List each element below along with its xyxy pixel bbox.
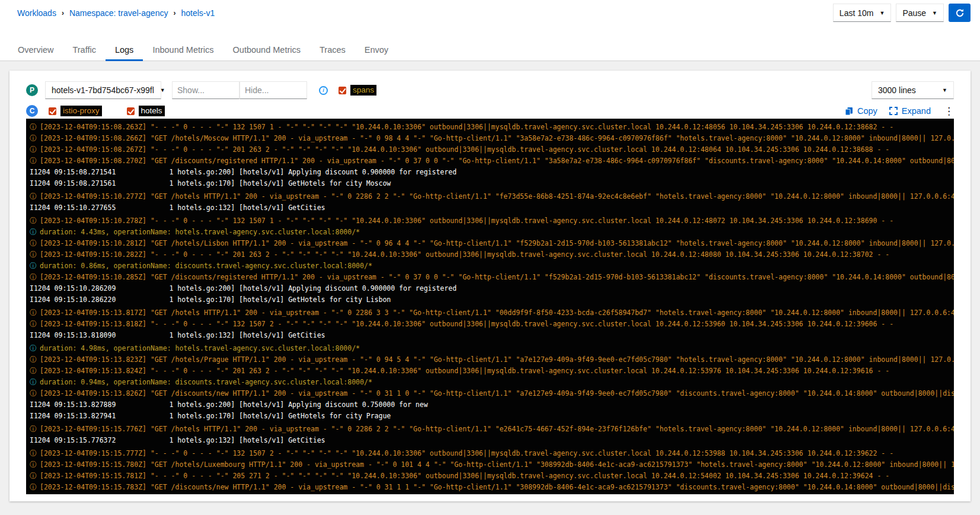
tab-logs[interactable]: Logs bbox=[106, 42, 143, 61]
log-line-text: [2023-12-04T09:15:08.267Z] "- - -" 0 - -… bbox=[40, 145, 889, 154]
info-icon: ⓘ bbox=[30, 307, 37, 319]
pod-select[interactable]: hotels-v1-7bd754bc67-x99fl ▼ bbox=[45, 81, 161, 99]
log-line: ⓘduration: 4.43ms, operationName: hotels… bbox=[30, 227, 954, 238]
duration-select[interactable]: Last 10m ▼ bbox=[833, 4, 892, 22]
chevron-down-icon: ▼ bbox=[932, 10, 937, 16]
lines-count-select[interactable]: 3000 lines ▼ bbox=[872, 81, 954, 99]
istio-proxy-checkbox[interactable] bbox=[49, 107, 56, 115]
info-icon: ⓘ bbox=[30, 319, 37, 330]
pod-select-value: hotels-v1-7bd754bc67-x99fl bbox=[52, 85, 154, 95]
log-line: ⓘduration: 0.86ms, operationName: discou… bbox=[30, 260, 954, 272]
refresh-interval-select[interactable]: Pause ▼ bbox=[896, 4, 944, 22]
tab-traces[interactable]: Traces bbox=[310, 42, 355, 61]
content-area: P hotels-v1-7bd754bc67-x99fl ▼ i spans 3… bbox=[0, 61, 980, 515]
chevron-down-icon: ▼ bbox=[942, 87, 947, 93]
log-line: ⓘ[2023-12-04T09:15:08.267Z] "- - -" 0 - … bbox=[30, 144, 954, 155]
container-badge: C bbox=[26, 105, 38, 117]
log-line: ⓘ[2023-12-04T09:15:15.776Z] "GET /hotels… bbox=[30, 424, 954, 435]
span-info-icon[interactable]: ⓘ bbox=[30, 343, 37, 354]
log-line-text: I1204 09:15:08.271561 1 hotels.go:170] [… bbox=[30, 179, 391, 187]
info-icon: ⓘ bbox=[30, 122, 37, 133]
expand-icon bbox=[889, 107, 898, 115]
log-line: ⓘ[2023-12-04T09:15:10.282Z] "- - -" 0 - … bbox=[30, 249, 954, 260]
log-line-text: [2023-12-04T09:15:13.823Z] "GET /hotels/… bbox=[40, 355, 954, 364]
span-info-icon[interactable]: ⓘ bbox=[30, 227, 37, 238]
log-line-text: [2023-12-04T09:15:15.776Z] "GET /hotels … bbox=[40, 425, 954, 433]
kebab-menu-icon[interactable]: ⋮ bbox=[944, 106, 954, 116]
chevron-down-icon: ▼ bbox=[160, 87, 165, 93]
hotels-label: hotels bbox=[139, 106, 165, 116]
log-line-text: I1204 09:15:15.776372 1 hotels.go:132] [… bbox=[30, 436, 325, 444]
chevron-right-icon: › bbox=[62, 9, 64, 17]
info-icon: ⓘ bbox=[30, 238, 37, 249]
info-icon: ⓘ bbox=[30, 482, 37, 493]
breadcrumb-workloads[interactable]: Workloads bbox=[17, 8, 56, 18]
containers-toolbar: C istio-proxy hotels Copy bbox=[26, 104, 954, 117]
log-line-text: [2023-12-04T09:15:08.263Z] "- - -" 0 - -… bbox=[40, 123, 893, 131]
duration-select-value: Last 10m bbox=[839, 8, 874, 18]
log-line: I1204 09:15:13.818090 1 hotels.go:132] [… bbox=[30, 330, 954, 341]
span-info-icon[interactable]: ⓘ bbox=[30, 260, 37, 272]
spans-label: spans bbox=[350, 85, 376, 96]
hotels-checkbox[interactable] bbox=[127, 107, 135, 115]
top-bar: Workloads › Namespace: travel-agency › h… bbox=[0, 0, 980, 26]
tab-inbound-metrics[interactable]: Inbound Metrics bbox=[143, 42, 223, 61]
chevron-right-icon: › bbox=[173, 9, 175, 17]
log-line: ⓘ[2023-12-04T09:15:10.281Z] "GET /hotels… bbox=[30, 238, 954, 249]
breadcrumb-workload-name[interactable]: hotels-v1 bbox=[181, 8, 215, 18]
info-icon: ⓘ bbox=[30, 388, 37, 399]
log-line: ⓘ[2023-12-04T09:15:13.824Z] "- - -" 0 - … bbox=[30, 365, 954, 377]
log-line: ⓘ[2023-12-04T09:15:08.270Z] "GET /discou… bbox=[30, 155, 954, 167]
log-line-text: duration: 0.94ms, operationName: discoun… bbox=[40, 378, 372, 386]
logs-card: P hotels-v1-7bd754bc67-x99fl ▼ i spans 3… bbox=[9, 71, 971, 501]
copy-button[interactable]: Copy bbox=[845, 106, 877, 116]
log-line-text: I1204 09:15:10.286220 1 hotels.go:170] [… bbox=[30, 295, 391, 304]
log-panel[interactable]: ⓘ[2023-12-04T09:15:08.263Z] "- - -" 0 - … bbox=[26, 119, 954, 494]
tab-overview[interactable]: Overview bbox=[8, 42, 63, 61]
info-icon: ⓘ bbox=[30, 249, 37, 260]
log-line: ⓘ[2023-12-04T09:15:08.266Z] "GET /hotels… bbox=[30, 133, 954, 144]
info-icon: ⓘ bbox=[30, 133, 37, 144]
log-line-text: I1204 09:15:08.271541 1 hotels.go:200] [… bbox=[30, 168, 457, 176]
info-icon: ⓘ bbox=[30, 191, 37, 202]
refresh-interval-value: Pause bbox=[902, 8, 926, 18]
log-line-text: duration: 4.98ms, operationName: hotels.… bbox=[40, 344, 360, 352]
log-line: I1204 09:15:10.286209 1 hotels.go:200] [… bbox=[30, 283, 954, 294]
tab-outbound-metrics[interactable]: Outbound Metrics bbox=[224, 42, 310, 61]
log-line: ⓘ[2023-12-04T09:15:15.781Z] "- - -" 0 - … bbox=[30, 471, 954, 482]
log-line: I1204 09:15:15.776372 1 hotels.go:132] [… bbox=[30, 435, 954, 446]
tab-traffic[interactable]: Traffic bbox=[63, 42, 105, 61]
info-icon: ⓘ bbox=[30, 424, 37, 435]
log-line-text: [2023-12-04T09:15:15.783Z] "GET /discoun… bbox=[40, 483, 954, 491]
log-line-text: I1204 09:15:13.818090 1 hotels.go:132] [… bbox=[30, 331, 325, 339]
breadcrumb: Workloads › Namespace: travel-agency › h… bbox=[17, 8, 215, 18]
pod-badge: P bbox=[26, 84, 38, 96]
info-icon[interactable]: i bbox=[319, 86, 328, 95]
info-icon: ⓘ bbox=[30, 471, 37, 482]
log-line: ⓘ[2023-12-04T09:15:15.780Z] "GET /hotels… bbox=[30, 459, 954, 471]
breadcrumb-namespace[interactable]: Namespace: travel-agency bbox=[69, 8, 168, 18]
info-icon: ⓘ bbox=[30, 215, 37, 227]
span-info-icon[interactable]: ⓘ bbox=[30, 377, 37, 388]
spans-checkbox[interactable] bbox=[339, 87, 346, 94]
log-line: I1204 09:15:10.286220 1 hotels.go:170] [… bbox=[30, 294, 954, 306]
log-line: ⓘduration: 0.94ms, operationName: discou… bbox=[30, 377, 954, 388]
info-icon: ⓘ bbox=[30, 448, 37, 459]
log-line-text: [2023-12-04T09:15:15.781Z] "- - -" 0 - -… bbox=[40, 472, 889, 480]
expand-button[interactable]: Expand bbox=[889, 106, 931, 116]
show-filter-input[interactable] bbox=[172, 81, 240, 99]
log-line-text: I1204 09:15:10.277655 1 hotels.go:132] [… bbox=[30, 204, 325, 212]
refresh-button[interactable] bbox=[949, 4, 971, 22]
log-line-text: I1204 09:15:13.827941 1 hotels.go:170] [… bbox=[30, 412, 391, 420]
log-line-text: [2023-12-04T09:15:10.277Z] "GET /hotels … bbox=[40, 192, 954, 201]
info-icon: ⓘ bbox=[30, 354, 37, 365]
info-icon: ⓘ bbox=[30, 365, 37, 377]
logs-toolbar: P hotels-v1-7bd754bc67-x99fl ▼ i spans 3… bbox=[26, 81, 954, 99]
log-line: ⓘ[2023-12-04T09:15:10.278Z] "- - -" 0 - … bbox=[30, 215, 954, 227]
log-line-text: [2023-12-04T09:15:10.285Z] "GET /discoun… bbox=[40, 273, 954, 281]
tab-envoy[interactable]: Envoy bbox=[355, 42, 398, 61]
log-line: ⓘ[2023-12-04T09:15:08.263Z] "- - -" 0 - … bbox=[30, 122, 954, 133]
log-line-text: [2023-12-04T09:15:08.270Z] "GET /discoun… bbox=[40, 157, 954, 165]
hide-filter-input[interactable] bbox=[240, 81, 307, 99]
log-line-text: [2023-12-04T09:15:10.281Z] "GET /hotels/… bbox=[40, 239, 954, 247]
